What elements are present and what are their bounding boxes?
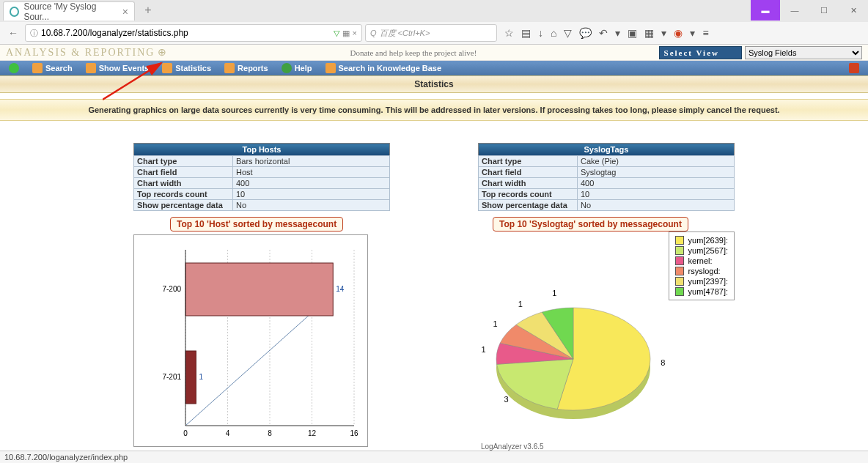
pie-chart-title: Top 10 'Syslogtag' sorted by messagecoun… <box>493 217 688 232</box>
menu-stats-label: Statistics <box>175 64 211 73</box>
search-box[interactable]: Q 百度 <Ctrl+K> <box>365 24 497 42</box>
legend-label: yum[2639]: <box>688 236 728 245</box>
toolbar-icons: ☆ ▤ ↓ ⌂ ▽ 💬 ↶ ▾ ▣ ▦ ▾ ◉ ▾ ≡ <box>504 27 709 39</box>
shield-icon[interactable]: ▽ <box>334 29 339 38</box>
legend-swatch-icon <box>675 277 684 286</box>
menu-search-label: Search <box>45 64 73 73</box>
menu-help-label: Help <box>295 64 312 73</box>
svg-text:12: 12 <box>308 429 317 437</box>
svg-text:1: 1 <box>552 289 556 297</box>
new-tab-button[interactable]: + <box>139 2 157 20</box>
browser-tab[interactable]: Source 'My Syslog Sour... × <box>3 1 135 21</box>
info-icon[interactable]: ⓘ <box>30 28 38 39</box>
val: 400 <box>233 178 390 189</box>
tab-title: Source 'My Syslog Sour... <box>23 1 117 22</box>
lbl: Chart type <box>479 156 578 167</box>
dropdown3-icon[interactable]: ▾ <box>690 27 695 39</box>
menu-icon[interactable]: ≡ <box>702 27 708 39</box>
legend-label: yum[4787]: <box>688 287 728 296</box>
top-hosts-header: Top Hosts <box>134 144 390 156</box>
val: No <box>233 200 390 211</box>
grid-icon[interactable]: ▦ <box>644 27 654 39</box>
library-icon[interactable]: ▤ <box>521 27 531 39</box>
svg-text:1: 1 <box>493 319 497 328</box>
lbl: Top records count <box>134 189 233 200</box>
legend-label: yum[2397]: <box>688 277 728 286</box>
view-select[interactable]: Syslog Fields <box>745 46 862 59</box>
legend-item: yum[2397]: <box>672 276 731 286</box>
svg-text:14: 14 <box>336 285 345 293</box>
url-input[interactable] <box>41 28 331 38</box>
tab-favicon-icon <box>10 7 19 17</box>
menu-search[interactable]: Search <box>26 62 78 75</box>
pie-legend: yum[2639]:yum[2567]:kernel:rsyslogd:yum[… <box>669 232 735 300</box>
weibo-icon[interactable]: ◉ <box>674 27 683 39</box>
svg-text:8: 8 <box>661 358 665 367</box>
mask-icon[interactable]: ▬ <box>751 0 780 21</box>
back-button[interactable]: ← <box>4 24 22 42</box>
url-box[interactable]: ⓘ ▽ ▦ × <box>25 24 362 42</box>
bar-chart-canvas: Top 10 'Host' sorted by messagecount 048… <box>133 211 390 453</box>
clear-url-icon[interactable]: × <box>353 29 357 37</box>
search-menu-icon <box>32 63 43 73</box>
select-view-label: Select View <box>659 46 742 59</box>
pie-chart-canvas: Top 10 'Syslogtag' sorted by messagecoun… <box>478 211 735 453</box>
dropdown2-icon[interactable]: ▾ <box>661 27 666 39</box>
maximize-button[interactable]: ☐ <box>809 0 839 21</box>
pocket-icon[interactable]: ▽ <box>564 27 572 39</box>
logo-icon: ⊕ <box>158 46 168 59</box>
val: 10 <box>233 189 390 200</box>
top-hosts-meta-table: Top Hosts Chart typeBars horizontal Char… <box>133 143 390 211</box>
qr-icon[interactable]: ▦ <box>342 29 350 38</box>
svg-text:3: 3 <box>504 395 509 404</box>
dropdown-icon[interactable]: ▾ <box>615 27 620 39</box>
refresh-icon <box>9 63 19 73</box>
star-icon[interactable]: ☆ <box>504 27 514 39</box>
legend-swatch-icon <box>675 236 684 245</box>
menu-reports[interactable]: Reports <box>218 62 274 75</box>
val: Host <box>233 167 390 178</box>
refresh-button[interactable] <box>3 62 25 75</box>
browser-chrome: Source 'My Syslog Sour... × + ← ⓘ ▽ ▦ × … <box>0 0 868 45</box>
val: 400 <box>578 178 735 189</box>
section-title: Statistics <box>0 75 868 93</box>
donate-text[interactable]: Donate and help keep the project alive! <box>350 48 477 57</box>
menu-kb[interactable]: Search in Knowledge Base <box>320 62 448 75</box>
val: No <box>578 200 735 211</box>
svg-text:1: 1 <box>199 373 203 381</box>
menu-right-icon[interactable] <box>843 62 865 75</box>
undo-icon[interactable]: ↶ <box>599 27 608 39</box>
minimize-button[interactable]: — <box>780 0 809 21</box>
help-icon <box>282 63 292 73</box>
tab-bar: Source 'My Syslog Sour... × + <box>0 0 868 22</box>
menu-bar: Search Show Events Statistics Reports He… <box>0 61 868 75</box>
close-window-button[interactable]: ✕ <box>839 0 868 21</box>
syslogtags-meta-table: SyslogTags Chart typeCake (Pie) Chart fi… <box>478 143 735 211</box>
svg-text:4: 4 <box>226 429 230 437</box>
lbl: Top records count <box>479 189 578 200</box>
svg-text:0: 0 <box>183 429 188 437</box>
brand-row: ANALYSIS & REPORTING ⊕ Donate and help k… <box>0 45 868 61</box>
download-icon[interactable]: ↓ <box>538 27 543 39</box>
lbl: Show percentage data <box>479 200 578 211</box>
lbl: Chart width <box>134 178 233 189</box>
tab-close-icon[interactable]: × <box>122 6 128 18</box>
chat-icon[interactable]: 💬 <box>579 27 592 39</box>
svg-rect-15 <box>185 351 196 404</box>
stats-icon <box>162 63 172 73</box>
select-view: Select View Syslog Fields <box>659 46 862 59</box>
status-bar: 10.68.7.200/loganalyzer/index.php <box>0 451 868 463</box>
home-icon[interactable]: ⌂ <box>551 27 556 39</box>
menu-show-events[interactable]: Show Events <box>80 62 155 75</box>
search-icon: Q <box>370 29 377 37</box>
address-bar: ← ⓘ ▽ ▦ × Q 百度 <Ctrl+K> ☆ ▤ ↓ ⌂ ▽ 💬 ↶ ▾ … <box>0 22 868 44</box>
menu-help[interactable]: Help <box>276 62 318 75</box>
screenshot-icon[interactable]: ▣ <box>628 27 637 39</box>
menu-kb-label: Search in Knowledge Base <box>339 64 442 73</box>
bar-chart-title: Top 10 'Host' sorted by messagecount <box>170 217 343 232</box>
legend-swatch-icon <box>675 256 684 265</box>
menu-statistics[interactable]: Statistics <box>156 62 217 75</box>
svg-text:1: 1 <box>518 300 523 308</box>
chart-top-hosts: Top Hosts Chart typeBars horizontal Char… <box>133 143 390 453</box>
legend-item: kernel: <box>672 256 731 266</box>
